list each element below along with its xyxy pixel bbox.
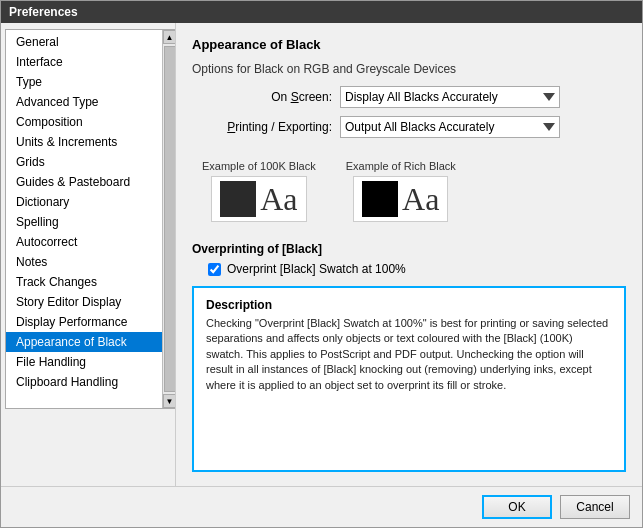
scrollbar-down-button[interactable]: ▼ xyxy=(163,394,177,408)
aa-text-100k: Aa xyxy=(260,183,297,215)
sidebar-item[interactable]: Advanced Type xyxy=(6,92,162,112)
printing-label: Printing / Exporting: xyxy=(192,120,332,134)
example-rich-visual: Aa xyxy=(353,176,448,222)
sidebar-item[interactable]: Track Changes xyxy=(6,272,162,292)
description-box: Description Checking "Overprint [Black] … xyxy=(192,286,626,472)
sidebar-item[interactable]: Clipboard Handling xyxy=(6,372,162,392)
sidebar-item[interactable]: Units & Increments xyxy=(6,132,162,152)
sidebar-item[interactable]: Interface xyxy=(6,52,162,72)
example-rich-label: Example of Rich Black xyxy=(346,160,456,172)
black-square-100k xyxy=(220,181,256,217)
screen-label: On Screen: xyxy=(192,90,332,104)
window-title: Preferences xyxy=(9,5,78,19)
main-panel: Appearance of Black Options for Black on… xyxy=(176,23,642,486)
examples-row: Example of 100K Black Aa Example of Rich… xyxy=(202,160,626,222)
cancel-button[interactable]: Cancel xyxy=(560,495,630,519)
printing-select[interactable]: Output All Blacks AccuratelyOutput All B… xyxy=(340,116,560,138)
footer: OK Cancel xyxy=(1,486,642,527)
sidebar-item[interactable]: Composition xyxy=(6,112,162,132)
example-100k: Example of 100K Black Aa xyxy=(202,160,316,222)
section-title: Appearance of Black xyxy=(192,37,626,52)
sidebar-item[interactable]: Spelling xyxy=(6,212,162,232)
sidebar-inner: GeneralInterfaceTypeAdvanced TypeComposi… xyxy=(6,30,162,394)
example-100k-label: Example of 100K Black xyxy=(202,160,316,172)
screen-row: On Screen: Display All Blacks Accurately… xyxy=(192,86,626,108)
ok-button[interactable]: OK xyxy=(482,495,552,519)
title-bar: Preferences xyxy=(1,1,642,23)
sidebar-item[interactable]: Grids xyxy=(6,152,162,172)
sidebar-item[interactable]: Guides & Pasteboard xyxy=(6,172,162,192)
black-square-rich xyxy=(362,181,398,217)
sidebar: GeneralInterfaceTypeAdvanced TypeComposi… xyxy=(1,23,176,486)
overprint-checkbox-row: Overprint [Black] Swatch at 100% xyxy=(208,262,626,276)
subsection-title: Options for Black on RGB and Greyscale D… xyxy=(192,62,626,76)
sidebar-item[interactable]: Display Performance xyxy=(6,312,162,332)
scrollbar-thumb[interactable] xyxy=(164,46,176,392)
sidebar-scroll-container: GeneralInterfaceTypeAdvanced TypeComposi… xyxy=(5,29,176,409)
sidebar-item[interactable]: File Handling xyxy=(6,352,162,372)
overprint-checkbox[interactable] xyxy=(208,263,221,276)
printing-row: Printing / Exporting: Output All Blacks … xyxy=(192,116,626,138)
overprint-section-title: Overprinting of [Black] xyxy=(192,242,626,256)
sidebar-item[interactable]: Autocorrect xyxy=(6,232,162,252)
screen-select[interactable]: Display All Blacks AccuratelyDisplay All… xyxy=(340,86,560,108)
sidebar-item[interactable]: General xyxy=(6,32,162,52)
sidebar-item[interactable]: Story Editor Display xyxy=(6,292,162,312)
sidebar-item[interactable]: Type xyxy=(6,72,162,92)
example-rich: Example of Rich Black Aa xyxy=(346,160,456,222)
description-text: Checking "Overprint [Black] Swatch at 10… xyxy=(206,316,612,393)
overprint-section: Overprinting of [Black] Overprint [Black… xyxy=(192,242,626,286)
scrollbar-up-button[interactable]: ▲ xyxy=(163,30,177,44)
scrollbar-track: ▲ ▼ xyxy=(162,30,176,408)
preferences-window: Preferences GeneralInterfaceTypeAdvanced… xyxy=(0,0,643,528)
sidebar-item[interactable]: Notes xyxy=(6,252,162,272)
sidebar-item[interactable]: Dictionary xyxy=(6,192,162,212)
sidebar-item[interactable]: Appearance of Black xyxy=(6,332,162,352)
overprint-checkbox-label[interactable]: Overprint [Black] Swatch at 100% xyxy=(227,262,406,276)
description-title: Description xyxy=(206,298,612,312)
example-100k-visual: Aa xyxy=(211,176,306,222)
aa-text-rich: Aa xyxy=(402,183,439,215)
